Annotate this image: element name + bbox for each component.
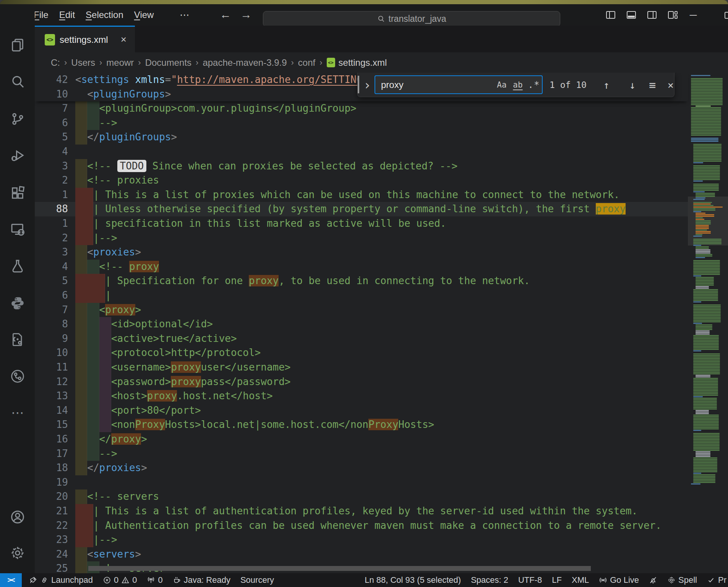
code-line[interactable]: 14<port>80</port> xyxy=(35,403,688,418)
tab-settings-xml[interactable]: <> settings.xml × xyxy=(35,26,135,52)
line-content[interactable]: <!-- TODO Since when can proxies be sele… xyxy=(75,159,457,174)
remote-indicator[interactable]: >< xyxy=(0,573,22,587)
line-content[interactable]: </proxy> xyxy=(75,432,147,447)
sourcery-item[interactable]: Sourcery xyxy=(235,573,279,587)
line-content[interactable]: <servers> xyxy=(75,547,141,562)
settings-gear-icon[interactable] xyxy=(10,545,26,561)
code-line[interactable]: 15<nonProxyHosts>local.net|some.host.com… xyxy=(35,418,688,432)
code-line[interactable]: 4<!-- proxy xyxy=(35,260,688,274)
minimap[interactable] xyxy=(688,73,728,573)
horizontal-scrollbar[interactable] xyxy=(88,566,591,571)
code-line[interactable]: 24<servers> xyxy=(35,547,688,562)
launchpad-item[interactable]: Launchpad xyxy=(24,573,98,587)
toggle-secondary-sidebar-icon[interactable] xyxy=(642,4,662,26)
line-content[interactable]: </proxies> xyxy=(75,461,147,475)
code-line[interactable]: 1| This is a list of proxies which can b… xyxy=(35,188,688,202)
search-sidebar-icon[interactable] xyxy=(10,74,26,90)
code-line[interactable]: 17--> xyxy=(35,447,688,461)
code-line[interactable]: 8<id>optional</id> xyxy=(35,317,688,332)
code-line[interactable]: 1| specification in this list marked as … xyxy=(35,216,688,231)
breadcrumb-item[interactable]: apache-maven-3.9.9 xyxy=(203,57,287,68)
account-icon[interactable] xyxy=(10,509,26,525)
line-content[interactable]: <!-- proxy xyxy=(75,260,159,274)
code-line[interactable]: 19 xyxy=(35,475,688,490)
ports-item[interactable]: 0 xyxy=(142,573,167,587)
code-line[interactable]: 3<!-- TODO Since when can proxies be sel… xyxy=(35,159,688,174)
code-area[interactable]: 7<pluginGroup>com.your.plugins</pluginGr… xyxy=(35,73,688,573)
toggle-panel-icon[interactable] xyxy=(621,4,642,26)
line-content[interactable]: <settings xmlns="http://maven.apache.org… xyxy=(75,73,404,87)
code-line[interactable]: 20<!-- servers xyxy=(35,489,688,504)
code-line[interactable]: 3<proxies> xyxy=(35,245,688,260)
line-content[interactable]: <proxy> xyxy=(75,303,141,317)
code-line[interactable]: 6| xyxy=(35,288,688,303)
minimize-icon[interactable]: ─ xyxy=(683,4,704,26)
code-line[interactable]: 7<pluginGroup>com.your.plugins</pluginGr… xyxy=(35,101,688,116)
prettier-item[interactable]: Pr xyxy=(702,573,728,587)
find-input[interactable]: proxy Aa ab .* xyxy=(375,75,543,94)
command-center-search[interactable]: translator_java xyxy=(263,11,560,27)
go-live-item[interactable]: Go Live xyxy=(594,573,644,587)
explorer-icon[interactable] xyxy=(10,37,26,53)
editor[interactable]: 7<pluginGroup>com.your.plugins</pluginGr… xyxy=(35,73,728,573)
line-content[interactable]: <id>optional</id> xyxy=(75,317,213,332)
encoding-item[interactable]: UTF-8 xyxy=(513,573,547,587)
code-line[interactable]: 9<active>true</active> xyxy=(35,332,688,346)
line-content[interactable]: <password>proxypass</password> xyxy=(75,375,291,389)
remote-explorer-icon[interactable] xyxy=(10,221,26,237)
line-content[interactable]: <pluginGroup>com.your.plugins</pluginGro… xyxy=(75,101,357,116)
code-line[interactable]: 12<password>proxypass</password> xyxy=(35,375,688,389)
menu-selection[interactable]: Selection xyxy=(80,7,129,23)
breadcrumb-item[interactable]: C: xyxy=(51,57,60,68)
extensions-icon[interactable] xyxy=(10,185,26,201)
code-line[interactable]: 6--> xyxy=(35,116,688,130)
breadcrumb-item[interactable]: Documents xyxy=(145,57,191,68)
run-debug-icon[interactable] xyxy=(10,148,26,164)
customize-layout-icon[interactable] xyxy=(662,4,683,26)
find-next-icon[interactable]: ↓ xyxy=(624,73,641,97)
spell-item[interactable]: Spell xyxy=(662,573,702,587)
line-content[interactable]: <!-- servers xyxy=(75,489,159,504)
line-content[interactable]: | xyxy=(75,288,111,303)
code-line[interactable]: 13<host>proxy.host.net</host> xyxy=(35,389,688,403)
menu-edit[interactable]: Edit xyxy=(54,7,80,23)
indentation-item[interactable]: Spaces: 2 xyxy=(466,573,513,587)
code-line[interactable]: 5| Specification for one proxy, to be us… xyxy=(35,274,688,288)
tab-close-icon[interactable]: × xyxy=(118,33,129,46)
line-content[interactable]: --> xyxy=(75,447,117,461)
line-content[interactable]: | Authentication profiles can be used wh… xyxy=(75,519,662,533)
breadcrumb-item[interactable]: conf xyxy=(298,57,315,68)
find-close-icon[interactable]: × xyxy=(662,73,679,97)
toggle-sidebar-icon[interactable] xyxy=(600,4,621,26)
code-line[interactable]: 23|--> xyxy=(35,533,688,547)
testing-icon[interactable] xyxy=(10,258,26,274)
eol-item[interactable]: LF xyxy=(547,573,567,587)
find-widget-sash[interactable] xyxy=(358,76,359,93)
line-content[interactable]: </pluginGroups> xyxy=(75,130,177,145)
code-line[interactable]: 5</pluginGroups> xyxy=(35,130,688,145)
line-content[interactable]: | This is a list of proxies which can be… xyxy=(75,188,619,202)
line-content[interactable]: <protocol>http</protocol> xyxy=(75,346,261,360)
cpp-properties-icon[interactable] xyxy=(10,332,26,348)
code-line[interactable]: 22| Authentication profiles can be used … xyxy=(35,519,688,533)
code-line[interactable]: 10<protocol>http</protocol> xyxy=(35,346,688,360)
line-content[interactable]: |--> xyxy=(75,231,117,246)
code-line[interactable]: 2|--> xyxy=(35,231,688,246)
python-icon[interactable] xyxy=(10,295,26,311)
menu-view[interactable]: View xyxy=(129,7,159,23)
line-content[interactable]: <active>true</active> xyxy=(75,332,237,346)
breadcrumb-item[interactable]: meowr xyxy=(106,57,134,68)
code-line[interactable]: 11<username>proxyuser</username> xyxy=(35,360,688,375)
line-content[interactable]: | Unless otherwise specified (by system … xyxy=(75,202,626,216)
nav-forward-button[interactable]: → xyxy=(238,4,254,26)
regex-icon[interactable]: .* xyxy=(526,78,542,92)
line-content[interactable]: | specification in this list marked as a… xyxy=(75,216,446,231)
line-content[interactable]: |--> xyxy=(75,533,117,547)
cursor-position-item[interactable]: Ln 88, Col 93 (5 selected) xyxy=(360,573,466,587)
code-line[interactable]: 16</proxy> xyxy=(35,432,688,447)
nav-back-button[interactable]: ← xyxy=(218,4,233,26)
line-content[interactable]: --> xyxy=(75,116,117,130)
line-content[interactable]: <host>proxy.host.net</host> xyxy=(75,389,273,403)
breadcrumb-item[interactable]: Users xyxy=(71,57,95,68)
whole-word-icon[interactable]: ab xyxy=(510,78,526,92)
